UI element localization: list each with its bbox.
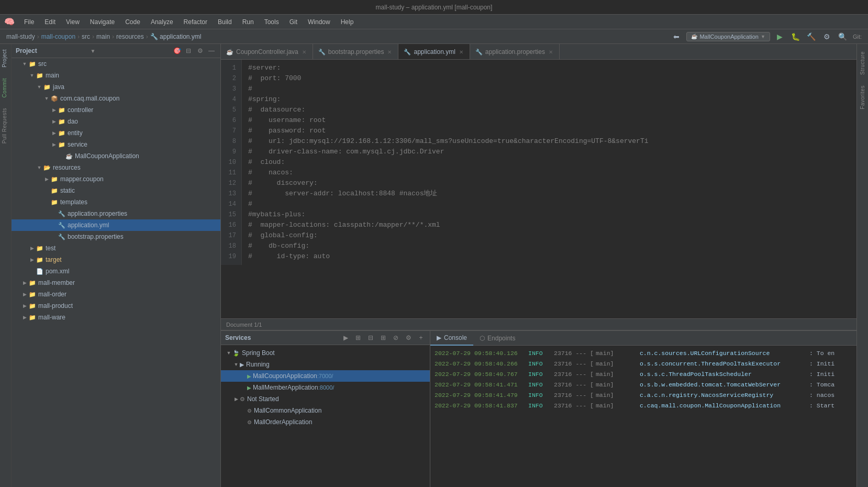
breadcrumb-module[interactable]: mall-coupon [41,33,75,40]
pull-requests-label[interactable]: Pull Requests [0,103,11,149]
tree-item-mall-ware[interactable]: ▶ 📁 mall-ware [12,312,220,323]
tree-label-main-class: MallCouponApplication [75,152,139,160]
tree-item-src[interactable]: ▼ 📁 src [12,58,220,70]
breadcrumb-main[interactable]: main [96,33,110,40]
menu-analyze[interactable]: Analyze [147,17,177,27]
tree-arrow-target: ▶ [28,257,36,262]
menu-code[interactable]: Code [121,17,144,27]
menu-file[interactable]: File [20,17,38,27]
run-config-selector[interactable]: ☕ MallCouponApplication ▼ [686,32,770,41]
services-expand-btn[interactable]: ⊞ [353,333,363,342]
breadcrumb-project[interactable]: mall-study [6,33,35,40]
tree-dropdown-arrow[interactable]: ▼ [91,48,96,54]
structure-label[interactable]: Structure [858,46,867,80]
menu-navigate[interactable]: Navigate [86,17,119,27]
search-everywhere-btn[interactable]: 🔍 [837,31,849,42]
tree-item-mall-member[interactable]: ▶ 📁 mall-member [12,277,220,289]
commit-panel-label[interactable]: Commit [0,73,11,103]
menu-help[interactable]: Help [337,17,358,27]
settings-btn[interactable]: ⚙ [821,31,833,42]
service-running-group[interactable]: ▼ ▶ Running [221,359,430,370]
tree-label-app-props: application.properties [68,210,127,217]
console-tab-endpoints[interactable]: ⬡ Endpoints [473,331,521,346]
folder-icon-src: 📁 [28,60,37,68]
tree-item-mapper[interactable]: ▶ 📁 mapper.coupon [12,173,220,185]
tab-application-props[interactable]: 🔧 application.properties ✕ [470,44,560,60]
file-tree-panel: Project ▼ 🎯 ⊟ ⚙ — ▼ 📁 src ▼ 📁 main [12,44,221,487]
menu-run[interactable]: Run [238,17,258,27]
services-run-btn[interactable]: ▶ [341,333,350,342]
breadcrumb-file[interactable]: 🔧 application.yml [150,33,202,40]
service-not-started-group[interactable]: ▶ ⚙ Not Started [221,393,430,405]
tab-bootstrap-props[interactable]: 🔧 bootstrap.properties ✕ [313,44,399,60]
tree-close-btn[interactable]: — [207,46,216,56]
tree-item-resources[interactable]: ▼ 📂 resources [12,162,220,173]
services-settings-btn[interactable]: ⚙ [404,333,413,342]
tab-close-app-yml[interactable]: ✕ [458,49,464,56]
tree-collapse-btn[interactable]: ⊟ [184,46,193,56]
tree-locate-btn[interactable]: 🎯 [172,46,182,56]
tree-item-package[interactable]: ▼ 📦 com.caq.mall.coupon [12,93,220,104]
bottom-layout: Services ▶ ⊞ ⊟ ⊞ ⊘ ⚙ + [221,331,856,487]
build-btn[interactable]: 🔨 [806,31,817,42]
navigate-back-btn[interactable]: ⬅ [671,31,682,42]
tree-item-service[interactable]: ▶ 📁 service [12,139,220,150]
vertical-side-panel: Project Commit Pull Requests [0,44,12,487]
service-mall-member[interactable]: ▶ ▶ MallMemberApplication :8000/ [221,382,430,393]
services-add-btn[interactable]: + [416,333,426,342]
menu-build[interactable]: Build [214,17,236,27]
tree-item-app-yml[interactable]: ▶ 🔧 application.yml [12,219,220,231]
console-tab-label: Console [444,334,467,341]
tree-item-static[interactable]: ▶ 📁 static [12,185,220,196]
menu-view[interactable]: View [62,17,84,27]
tree-item-bootstrap-props[interactable]: ▶ 🔧 bootstrap.properties [12,231,220,242]
menu-window[interactable]: Window [304,17,335,27]
tab-close-app-props[interactable]: ✕ [548,49,554,56]
service-mall-coupon[interactable]: ▶ ▶ MallCouponApplication :7000/ [221,370,430,382]
folder-icon-service: 📁 [58,140,66,149]
tree-item-mall-order[interactable]: ▶ 📁 mall-order [12,289,220,300]
service-springboot-group[interactable]: ▼ 🍃 Spring Boot [221,347,430,359]
services-collapse-btn[interactable]: ⊟ [366,333,375,342]
tree-item-pom[interactable]: ▶ 📄 pom.xml [12,265,220,277]
tree-item-entity[interactable]: ▶ 📁 entity [12,127,220,139]
services-group-btn[interactable]: ⊞ [379,333,388,342]
breadcrumb-resources[interactable]: resources [116,33,144,40]
tree-label-mall-order: mall-order [38,291,66,298]
tree-item-controller[interactable]: ▶ 📁 controller [12,104,220,116]
code-line-12: # discovery: [248,178,856,189]
not-started-dot-order: ⚙ [247,419,252,425]
editor-content[interactable]: 12345 678910 1112131415 16171819 #server… [221,60,856,318]
console-panel: ▶ Console ⬡ Endpoints 2022-07-29 09:58:4… [430,331,856,487]
menu-git[interactable]: Git [285,17,302,27]
service-mall-common[interactable]: ▶ ⚙ MallCommonApplication [221,405,430,416]
tree-item-target[interactable]: ▶ 📁 target [12,254,220,265]
breadcrumb-src[interactable]: src [82,33,90,40]
favorites-label[interactable]: Favorites [858,80,867,115]
tree-item-test[interactable]: ▶ 📁 test [12,242,220,254]
debug-btn[interactable]: 🐛 [790,31,802,42]
tab-application-yml[interactable]: 🔧 application.yml ✕ [398,44,470,60]
tab-close-bootstrap[interactable]: ✕ [386,49,393,56]
service-mall-order[interactable]: ▶ ⚙ MallOrderApplication [221,416,430,428]
tree-item-main[interactable]: ▼ 📁 main [12,70,220,81]
tree-item-app-props[interactable]: ▶ 🔧 application.properties [12,208,220,219]
tree-item-templates[interactable]: ▶ 📁 templates [12,196,220,208]
menu-edit[interactable]: Edit [40,17,60,27]
tree-item-mall-product[interactable]: ▶ 📁 mall-product [12,300,220,312]
tab-close-coupon[interactable]: ✕ [301,49,307,56]
tree-label-templates: templates [60,198,87,206]
console-tab-console[interactable]: ▶ Console [430,331,473,346]
tree-item-dao[interactable]: ▶ 📁 dao [12,116,220,127]
tree-label-mall-product: mall-product [38,302,73,309]
menu-refactor[interactable]: Refactor [180,17,212,27]
tree-item-java[interactable]: ▼ 📁 java [12,81,220,93]
menu-tools[interactable]: Tools [260,17,283,27]
run-btn[interactable]: ▶ [774,31,786,42]
services-filter-btn[interactable]: ⊘ [391,333,400,342]
run-config-label: MallCouponApplication [699,34,759,40]
tree-settings-btn[interactable]: ⚙ [195,46,205,56]
tab-coupon-controller[interactable]: ☕ CouponController.java ✕ [221,44,313,60]
project-panel-label[interactable]: Project [0,44,11,73]
tree-item-main-class[interactable]: ▶ ☕ MallCouponApplication [12,150,220,162]
